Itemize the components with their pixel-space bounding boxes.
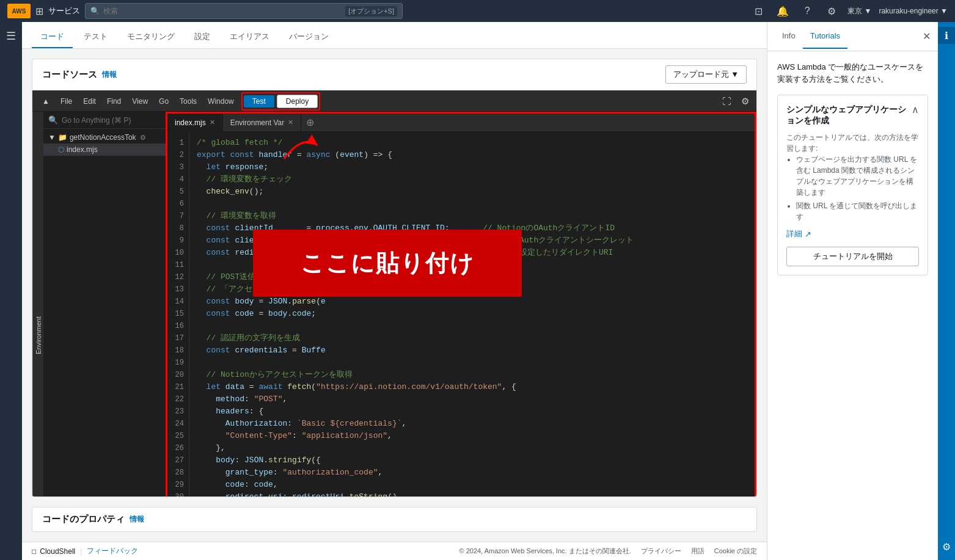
code-tabs: index.mjs ✕ Environment Var ✕ ⊕ (167, 114, 755, 132)
function-tabs: コード テスト モニタリング 設定 エイリアス バージョン (22, 22, 767, 49)
environment-tab[interactable]: Environment (32, 112, 43, 497)
code-tab-index-label: index.mjs (175, 118, 206, 127)
code-editor: index.mjs ✕ Environment Var ✕ ⊕ (167, 114, 755, 497)
ide-menu-file[interactable]: File (56, 95, 77, 108)
start-tutorial-button[interactable]: チュートリアルを開始 (786, 247, 919, 266)
tab-monitoring[interactable]: モニタリング (119, 26, 183, 48)
cloudshell-icon: □ (32, 547, 36, 556)
file-tree: 🔍 ▼ 📁 getNotionAccessTok ⚙ (43, 112, 166, 497)
tab-settings[interactable]: 設定 (186, 26, 219, 48)
test-button[interactable]: Test (244, 95, 274, 107)
detail-link[interactable]: 詳細 ↗ (786, 228, 919, 239)
file-item[interactable]: ⬡ index.mjs (43, 144, 166, 156)
ide-gear-icon[interactable]: ⚙ (739, 95, 752, 108)
cookie-link[interactable]: Cookie の設定 (714, 547, 757, 556)
code-content[interactable]: 12345 678910 1112131415 1617181920 21222… (167, 132, 755, 497)
ide-toolbar-right: ⛶ ⚙ (720, 95, 752, 108)
aws-logo: AWS (7, 4, 31, 18)
settings-icon-btn[interactable]: ⚙ (823, 2, 840, 20)
code-properties-info-link[interactable]: 情報 (130, 514, 144, 525)
paste-overlay: ここに貼り付け (253, 230, 522, 297)
search-input[interactable] (103, 7, 342, 15)
code-properties-label: コードのプロパティ (42, 514, 125, 525)
code-source-section: コードソース 情報 アップロード元 ▼ ▲ File Edit Find (32, 59, 757, 497)
tutorial-bullet-2: 関数 URL を通じて関数を呼び出します (796, 200, 919, 222)
right-panel-close-button[interactable]: ✕ (923, 31, 931, 42)
test-deploy-group: Test Deploy (244, 95, 318, 108)
ide-menu-tools[interactable]: Tools (175, 95, 202, 108)
region-selector[interactable]: 東京 ▼ (847, 6, 871, 16)
right-panel-content: AWS Lambda で一般的なユースケースを実装する方法をご覧ください。 シン… (767, 51, 938, 560)
bell-icon-btn[interactable]: 🔔 (774, 2, 791, 20)
ide-wrapper: ▲ File Edit Find View Go Tools Window Te… (32, 90, 756, 497)
help-icon-btn[interactable]: ? (799, 2, 816, 20)
ide-menu-window[interactable]: Window (203, 95, 239, 108)
main-content: コード テスト モニタリング 設定 エイリアス バージョン コードソース 情報 … (22, 22, 767, 560)
code-source-title: コードソース 情報 (42, 69, 117, 81)
folder-name: getNotionAccessTok (70, 133, 136, 142)
folder-icon: 📁 (58, 133, 67, 142)
code-lines: /* global fetch */ export const handler … (189, 132, 755, 497)
code-tab-add-icon[interactable]: ⊕ (301, 117, 319, 128)
bottom-bar-right: © 2024, Amazon Web Services, Inc. またはその関… (459, 547, 757, 556)
page-body: コードソース 情報 アップロード元 ▼ ▲ File Edit Find (22, 49, 767, 542)
ide-menu-collapse[interactable]: ▲ (37, 95, 54, 108)
file-tree-content: ▼ 📁 getNotionAccessTok ⚙ ⬡ index.mjs (43, 129, 166, 497)
tab-test[interactable]: テスト (75, 26, 116, 48)
bottom-bar-left: □ CloudShell | フィードバック (32, 546, 138, 556)
ide-fullscreen-icon[interactable]: ⛶ (720, 95, 734, 108)
code-tab-index-close[interactable]: ✕ (210, 118, 215, 126)
ide-menu-edit[interactable]: Edit (78, 95, 101, 108)
user-menu[interactable]: rakuraku-engineer ▼ (879, 7, 948, 15)
external-link-icon: ↗ (805, 230, 811, 239)
file-tree-search-input[interactable] (62, 116, 161, 125)
folder-item[interactable]: ▼ 📁 getNotionAccessTok ⚙ (43, 131, 166, 144)
code-source-info-link[interactable]: 情報 (102, 70, 117, 80)
tutorial-bullet-1: ウェブページを出力する関数 URL を含む Lambda 関数で構成されるシンプ… (796, 154, 919, 198)
right-panel-tab-info[interactable]: Info (775, 24, 803, 49)
privacy-link[interactable]: プライバシー (641, 547, 681, 556)
code-tab-env-close[interactable]: ✕ (288, 118, 293, 126)
top-navigation: AWS ⊞ サービス 🔍 [オプション+S] ⊡ 🔔 ? ⚙ 東京 ▼ raku… (0, 0, 955, 22)
code-source-header: コードソース 情報 アップロード元 ▼ (32, 59, 756, 90)
upload-button[interactable]: アップロード元 ▼ (665, 65, 747, 84)
code-tab-env[interactable]: Environment Var ✕ (223, 114, 301, 131)
ide-menu-view[interactable]: View (127, 95, 153, 108)
folder-gear-icon[interactable]: ⚙ (140, 134, 146, 142)
right-panel-tab-tutorials[interactable]: Tutorials (803, 24, 847, 49)
folder-arrow-icon: ▼ (48, 133, 56, 142)
search-icon: 🔍 (90, 7, 100, 15)
file-tree-search-icon: 🔍 (48, 115, 58, 125)
tutorial-card-title: シンプルなウェブアプリケーションを作成 ∧ (786, 104, 919, 126)
feedback-link[interactable]: フィードバック (87, 546, 138, 556)
blue-tab-info-icon[interactable]: ℹ (938, 27, 955, 44)
code-tab-index[interactable]: index.mjs ✕ (167, 114, 223, 131)
detail-link-text: 詳細 (786, 228, 802, 239)
code-properties-section: コードのプロパティ 情報 (32, 507, 757, 532)
search-bar[interactable]: 🔍 [オプション+S] (85, 3, 403, 19)
blue-tab-settings-icon[interactable]: ⚙ (938, 538, 955, 555)
file-tree-search: 🔍 (43, 112, 166, 129)
tab-versions[interactable]: バージョン (280, 26, 337, 48)
hamburger-button[interactable]: ☰ (6, 29, 16, 43)
monitor-icon-btn[interactable]: ⊡ (750, 2, 767, 20)
terms-link[interactable]: 用語 (691, 547, 704, 556)
bottom-bar: □ CloudShell | フィードバック © 2024, Amazon We… (22, 542, 767, 560)
code-editor-wrapper: index.mjs ✕ Environment Var ✕ ⊕ (166, 112, 756, 497)
deploy-button[interactable]: Deploy (277, 95, 318, 108)
tutorial-chevron-up-icon[interactable]: ∧ (912, 104, 919, 115)
tutorial-card-body: このチュートリアルでは、次の方法を学習します: ウェブページを出力する関数 UR… (786, 132, 919, 222)
line-numbers: 12345 678910 1112131415 1617181920 21222… (167, 132, 189, 497)
ide-menu-find[interactable]: Find (102, 95, 126, 108)
file-icon: ⬡ (58, 145, 64, 154)
cloudshell-label: CloudShell (40, 547, 75, 556)
tutorial-intro: このチュートリアルでは、次の方法を学習します: (786, 132, 919, 154)
grid-icon[interactable]: ⊞ (35, 5, 43, 17)
code-source-label: コードソース (42, 69, 97, 81)
tab-aliases[interactable]: エイリアス (221, 26, 278, 48)
services-menu[interactable]: サービス (48, 5, 80, 16)
blue-side-tab: ℹ ⚙ (938, 22, 955, 560)
ide-menu-go[interactable]: Go (154, 95, 174, 108)
tab-code[interactable]: コード (32, 26, 73, 48)
cloudshell-button[interactable]: □ CloudShell (32, 547, 75, 556)
